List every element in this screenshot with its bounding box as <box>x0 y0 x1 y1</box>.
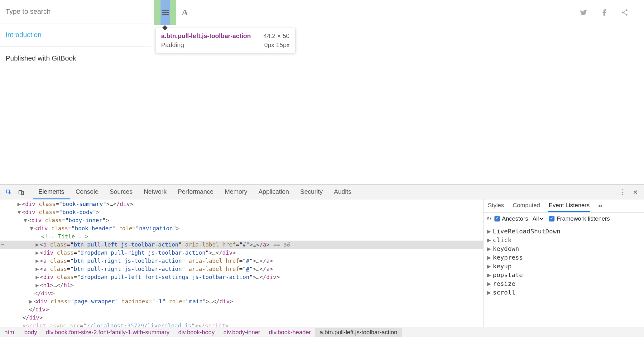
inspect-padding-label: Padding <box>161 42 184 49</box>
devtools-tab-audits[interactable]: Audits <box>328 185 357 199</box>
devtools-tab-console[interactable]: Console <box>70 185 104 199</box>
devtools-tab-application[interactable]: Application <box>253 185 295 199</box>
right-tab-styles[interactable]: Styles <box>487 199 505 212</box>
inspect-padding-value: 0px 15px <box>264 42 290 49</box>
breadcrumb-item[interactable]: div.body-inner <box>219 328 265 337</box>
svg-point-2 <box>626 14 627 16</box>
dom-tree-line[interactable]: ▶<h1>…</h1> <box>0 281 483 289</box>
device-toggle-icon[interactable] <box>17 188 26 197</box>
svg-point-1 <box>622 12 624 13</box>
font-settings-button[interactable]: A <box>176 7 194 17</box>
devtools-tab-sources[interactable]: Sources <box>104 185 138 199</box>
breadcrumb-item[interactable]: html <box>0 328 20 337</box>
sidebar-item-introduction[interactable]: Introduction <box>0 23 151 47</box>
dom-tree-line[interactable]: ▶<a class="btn pull-right js-toolbar-act… <box>0 257 483 265</box>
devtools-right-panel: StylesComputedEvent Listeners ≫ ↻ Ancest… <box>483 199 644 327</box>
event-listeners-toolbar: ↻ Ancestors All Framework listeners <box>483 212 644 225</box>
dom-breadcrumb: htmlbodydiv.book.font-size-2.font-family… <box>0 327 644 337</box>
checkbox-icon <box>494 216 500 222</box>
inspect-tooltip: a.btn.pull-left.js-toolbar-action 44.2 ×… <box>155 28 296 53</box>
breadcrumb-item[interactable]: a.btn.pull-left.js-toolbar-action <box>315 328 401 337</box>
dom-tree-line[interactable]: </div> <box>0 305 483 314</box>
gitbook-sidebar: Introduction Published with GitBook <box>0 0 151 184</box>
devtools-tab-security[interactable]: Security <box>295 185 328 199</box>
hamburger-icon <box>162 10 169 15</box>
dom-tree-line[interactable]: ▶<div class="dropdown pull-left font-set… <box>0 273 483 281</box>
dom-tree-line[interactable]: ▶<div class="dropdown pull-right js-tool… <box>0 249 483 257</box>
devtools-tab-performance[interactable]: Performance <box>172 185 219 199</box>
event-listener-item[interactable]: ▶click <box>487 236 640 244</box>
inspect-dimensions: 44.2 × 50 <box>263 32 290 40</box>
search-input[interactable] <box>0 0 151 23</box>
event-listener-item[interactable]: ▶LiveReloadShutDown <box>487 227 640 236</box>
refresh-icon[interactable]: ↻ <box>487 215 491 222</box>
right-tabs-more-icon[interactable]: ≫ <box>598 203 603 209</box>
right-panel-tabs: StylesComputedEvent Listeners ≫ <box>483 199 644 212</box>
inspected-hamburger-button[interactable] <box>154 0 176 25</box>
dom-tree-line[interactable]: <script async src="//localhost:35729/liv… <box>0 322 483 327</box>
event-listener-item[interactable]: ▶keypress <box>487 253 640 262</box>
dom-tree-line[interactable]: ▼<div class="body-inner"> <box>0 216 483 224</box>
dom-tree[interactable]: ▶<div class="book-summary">…</div>▼<div … <box>0 199 483 327</box>
devtools-tab-elements[interactable]: Elements <box>33 185 70 199</box>
devtools-tabbar: ElementsConsoleSourcesNetworkPerformance… <box>0 185 644 199</box>
right-tab-event-listeners[interactable]: Event Listeners <box>548 199 590 212</box>
breadcrumb-item[interactable]: body <box>20 328 41 337</box>
gitbook-main: A a.btn.pull-left.js-toolbar-action 44.2… <box>151 0 644 184</box>
published-with-label[interactable]: Published with GitBook <box>0 47 151 70</box>
ancestors-checkbox[interactable]: Ancestors <box>494 215 528 222</box>
share-icon[interactable] <box>621 9 628 16</box>
devtools-tab-memory[interactable]: Memory <box>219 185 253 199</box>
dom-tree-line[interactable]: ▶<a class="btn pull-left js-toolbar-acti… <box>0 241 483 249</box>
framework-listeners-checkbox[interactable]: Framework listeners <box>549 215 610 222</box>
event-listener-item[interactable]: ▶scroll <box>487 288 640 297</box>
breadcrumb-item[interactable]: div.book.font-size-2.font-family-1.with-… <box>41 328 174 337</box>
close-icon[interactable]: ✕ <box>631 188 640 197</box>
dom-tree-line[interactable]: ▶<div class="page-wrapper" tabindex="-1"… <box>0 297 483 305</box>
dom-tree-line[interactable]: ▼<div class="book-body"> <box>0 208 483 216</box>
dom-tree-line[interactable]: ▶<a class="btn pull-right js-toolbar-act… <box>0 265 483 273</box>
twitter-icon[interactable] <box>580 9 587 16</box>
devtools-tabs-container: ElementsConsoleSourcesNetworkPerformance… <box>33 185 357 199</box>
gitbook-toolbar: A <box>151 0 644 25</box>
dom-tree-line[interactable]: </div> <box>0 289 483 297</box>
event-listeners-list: ▶LiveReloadShutDown▶click▶keydown▶keypre… <box>483 225 644 327</box>
breadcrumb-item[interactable]: div.book-body <box>174 328 219 337</box>
dom-tree-line[interactable]: </div> <box>0 314 483 322</box>
checkbox-icon <box>549 216 555 222</box>
more-icon[interactable]: ⋮ <box>618 188 627 197</box>
toolbar-left: A <box>154 0 194 25</box>
breadcrumb-item[interactable]: div.book-header <box>265 328 315 337</box>
dom-tree-line[interactable]: ▼<div class="book-header" role="navigati… <box>0 224 483 232</box>
inspect-element-icon[interactable] <box>4 188 13 197</box>
toolbar-right <box>580 9 641 16</box>
event-listener-item[interactable]: ▶resize <box>487 279 640 288</box>
devtools-panel: ElementsConsoleSourcesNetworkPerformance… <box>0 185 644 337</box>
svg-point-0 <box>626 9 627 11</box>
devtools-tab-network[interactable]: Network <box>138 185 172 199</box>
dom-tree-line[interactable]: <!-- Title --> <box>0 232 483 241</box>
event-listener-item[interactable]: ▶keyup <box>487 262 640 271</box>
inspect-selector: a.btn.pull-left.js-toolbar-action <box>161 32 251 40</box>
event-listener-item[interactable]: ▶keydown <box>487 244 640 253</box>
facebook-icon[interactable] <box>600 9 608 16</box>
listener-filter-select[interactable]: All <box>531 215 544 222</box>
right-tab-computed[interactable]: Computed <box>512 199 541 212</box>
divider <box>30 188 30 196</box>
gitbook-page: Introduction Published with GitBook A <box>0 0 644 185</box>
dom-tree-line[interactable]: ▶<div class="book-summary">…</div> <box>0 200 483 208</box>
event-listener-item[interactable]: ▶popstate <box>487 271 640 279</box>
